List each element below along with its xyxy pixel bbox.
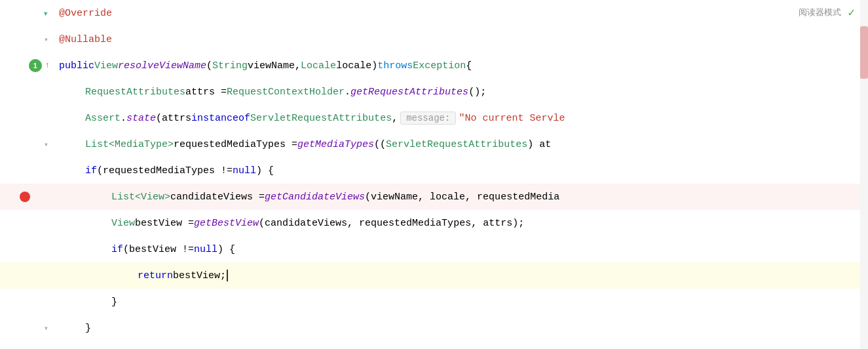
token-req-context-holder: RequestContextHolder (227, 87, 345, 98)
token-comma: , (392, 113, 398, 124)
token-list-media-type: List<MediaType> (85, 139, 174, 150)
gutter-line-9 (0, 210, 52, 236)
token-attrs-2: attrs (162, 113, 191, 124)
token-dot1: . (345, 87, 350, 98)
token-locale-param: locale) (336, 60, 377, 72)
token-if-close2: ) { (217, 244, 235, 255)
checkmark-icon: ✓ (848, 5, 855, 20)
token-null: null (233, 165, 256, 176)
code-line-method-sig: public View resolveViewName ( String vie… (52, 52, 868, 79)
token-view-type2: View (111, 218, 135, 229)
token-string-val: "No current Servle (459, 113, 565, 124)
token-attrs-var: attrs = (185, 87, 227, 98)
token-viewname-param: viewName, (248, 60, 301, 72)
editor-container: 阅读器模式 ✓ ▾ ▾ 1 ↑ ▾ (0, 0, 868, 349)
token-instanceof: instanceof (191, 113, 250, 124)
line-badge: 1 (29, 59, 42, 72)
token-candidate-params: viewName, locale, requestedMedia (371, 192, 559, 203)
token-string-type: String (212, 60, 248, 72)
token-if-paren: ( (97, 165, 103, 176)
token-get-candidate: getCandidateViews (265, 192, 365, 203)
fold-icon-2: ▾ (44, 35, 48, 45)
token-candidate-views: candidateViews = (170, 192, 265, 203)
token-paren-close1: (); (468, 87, 486, 98)
code-line-nullable: @Nullable (52, 26, 868, 52)
gutter-line-2: ▾ (0, 26, 52, 52)
token-brace-close-inner: } (111, 297, 117, 308)
token-if2: if (111, 244, 123, 255)
token-list-view: List<View> (111, 192, 170, 203)
token-throws: throws (377, 60, 413, 72)
token-if-close: ) { (256, 165, 274, 176)
left-gutter: ▾ ▾ 1 ↑ ▾ (0, 0, 52, 349)
code-line-close-outer: } (52, 315, 868, 341)
token-if-paren2: ( (123, 244, 129, 255)
token-get-best-view: getBestView (194, 218, 259, 229)
up-arrow-icon: ↑ (45, 61, 50, 70)
token-public: public (59, 60, 94, 72)
top-bar: 阅读器模式 ✓ (799, 5, 855, 20)
fold-icon-6: ▾ (44, 140, 48, 150)
token-state-method: state (126, 113, 156, 124)
token-exception: Exception (413, 60, 466, 72)
gutter-line-8 (0, 184, 52, 210)
code-line-best-view: View bestView = getBestView ( candidateV… (52, 210, 868, 236)
hint-box: message: (400, 112, 456, 125)
gutter-line-1: ▾ (0, 0, 52, 26)
token-paren-open2: ( (156, 113, 162, 124)
token-bestview-return: bestView; (173, 270, 226, 281)
gutter-line-10 (0, 236, 52, 262)
gutter-line-3: 1 ↑ (0, 52, 52, 79)
code-line-request-attrs: RequestAttributes attrs = RequestContext… (52, 79, 868, 105)
token-dot2: . (121, 113, 126, 124)
scrollbar-thumb[interactable] (860, 26, 868, 79)
token-best-params: candidateViews, requestedMediaTypes, att… (265, 218, 524, 229)
token-paren-candidate: ( (365, 192, 371, 203)
token-get-media-types: getMediaTypes (297, 139, 374, 150)
code-editor: ▾ ▾ 1 ↑ ▾ (0, 0, 868, 349)
token-requested-media: requestedMediaTypes = (174, 139, 297, 150)
code-line-if-null: if ( requestedMediaTypes != null ) { (52, 157, 868, 184)
code-line-close-if: } (52, 289, 868, 315)
token-paren-open: ( (206, 60, 212, 72)
token-if: if (85, 165, 97, 176)
token-override: @Override (59, 8, 112, 19)
token-locale-type: Locale (301, 60, 336, 72)
fold-icon-13: ▾ (44, 323, 48, 333)
token-null2: null (194, 244, 217, 255)
reader-mode-button[interactable]: 阅读器模式 (799, 7, 841, 18)
code-line-assert: Assert . state ( attrs instanceof Servle… (52, 105, 868, 131)
code-line-candidate-views: List<View> candidateViews = getCandidate… (52, 184, 868, 210)
token-nullable: @Nullable (59, 34, 112, 45)
gutter-line-12 (0, 289, 52, 315)
gutter-line-7 (0, 157, 52, 184)
token-cast-close: ) at (527, 139, 551, 150)
token-if-condition: requestedMediaTypes != (103, 165, 233, 176)
fold-arrow-icon: ▾ (43, 8, 48, 19)
code-line-override: @Override (52, 0, 868, 26)
token-brace-open: { (466, 60, 472, 72)
token-view-type: View (94, 60, 118, 72)
token-brace-close-outer: } (85, 323, 91, 334)
code-content: @Override @Nullable public View resolveV… (52, 0, 868, 349)
gutter-line-11 (0, 262, 52, 289)
breakpoint-icon[interactable] (20, 192, 30, 202)
gutter-line-13: ▾ (0, 315, 52, 341)
token-bestview-cond: bestView != (129, 244, 194, 255)
token-paren-cast: (( (374, 139, 386, 150)
token-method-name: resolveViewName (118, 60, 206, 72)
vertical-scrollbar[interactable] (860, 0, 868, 349)
token-assert: Assert (85, 113, 121, 124)
token-get-req-attrs: getRequestAttributes (350, 87, 468, 98)
token-paren-best: ( (259, 218, 265, 229)
text-cursor (227, 270, 228, 281)
token-best-view-var: bestView = (135, 218, 194, 229)
gutter-line-5 (0, 105, 52, 131)
token-servlet-req-attrs: ServletRequestAttributes (250, 113, 392, 124)
gutter-line-6: ▾ (0, 131, 52, 157)
gutter-line-4 (0, 79, 52, 105)
code-line-list-media: List<MediaType> requestedMediaTypes = ge… (52, 131, 868, 157)
token-return: return (138, 270, 173, 281)
code-line-if-bestview: if ( bestView != null ) { (52, 236, 868, 262)
code-line-return: return bestView; (52, 262, 868, 289)
